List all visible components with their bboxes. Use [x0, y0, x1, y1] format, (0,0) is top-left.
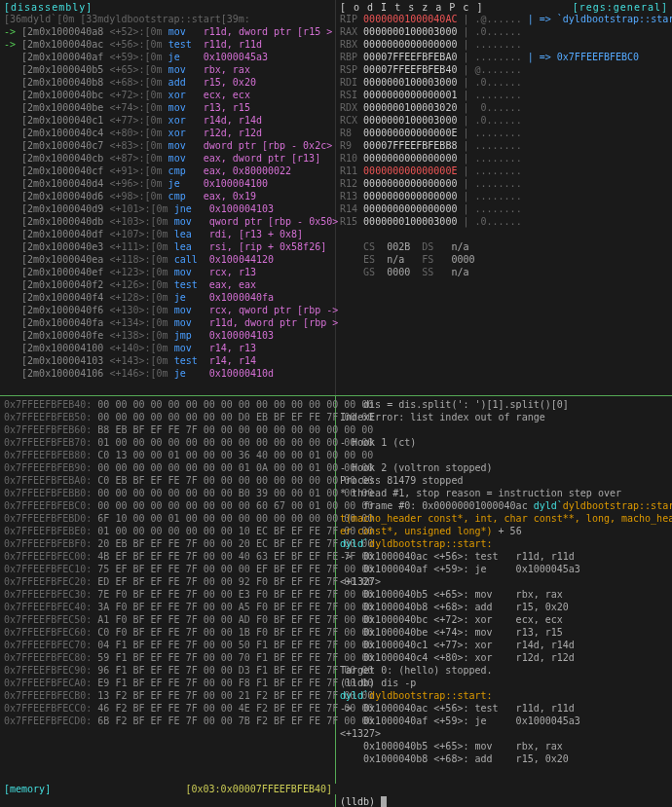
- hex-row: 0x7FFEEFBFEBB0: 00 00 00 00 00 00 00 00 …: [4, 487, 331, 499]
- asm-row: 0x1000040b8 <+68>: add r15, 0x20: [340, 752, 668, 765]
- disasm-row: [2m0x1000040fa <+134>:[0m mov r11d, dwor…: [4, 316, 331, 329]
- disasm-row: [2m0x1000040ea <+118>:[0m call 0x1000441…: [4, 253, 331, 266]
- hex-row: 0x7FFEEFBFEB90: 00 00 00 00 00 00 00 00 …: [4, 461, 331, 474]
- disasm-row: [2m0x1000040ef <+123>:[0m mov rcx, r13: [4, 266, 331, 278]
- lldb-prompt[interactable]: (lldb): [336, 796, 672, 808]
- regs-title: [regs:general]: [573, 2, 668, 13]
- hex-row: 0x7FFEEFBFEB60: B8 EB BF EF FE 7F 00 00 …: [4, 423, 331, 436]
- disasm-row: [2m0x1000040d9 <+101>:[0m jne 0x10000410…: [4, 202, 331, 215]
- hex-row: 0x7FFEEFBFEB40: 00 00 00 00 00 00 00 00 …: [4, 398, 331, 411]
- register-row: R9 00007FFEEFBFEBB8 | ........: [340, 139, 668, 152]
- asm-row: 0x1000040af <+59>: je 0x1000045a3: [340, 715, 668, 727]
- disasm-row: [2m0x1000040be <+74>:[0m mov r13, r15: [4, 101, 331, 114]
- asm-row: 0x1000040b8 <+68>: add r15, 0x20: [340, 601, 668, 613]
- register-row: RSI 0000000000000001 | ........: [340, 89, 668, 101]
- disasm-header: [disassembly]: [4, 2, 331, 13]
- disasm-row: [2m0x100004103 <+143>:[0m test r14, r14: [4, 354, 331, 367]
- cursor-icon: [381, 796, 387, 807]
- func-header-2: dyld`dyldbootstrap::start:: [340, 689, 668, 702]
- disasm-row: [2m0x1000040e3 <+111>:[0m lea rsi, [rip …: [4, 240, 331, 253]
- disasm-row: [2m0x1000040f6 <+130>:[0m mov rcx, qword…: [4, 304, 331, 316]
- hex-row: 0x7FFEEFBFEC50: A1 F0 BF EF FE 7F 00 00 …: [4, 613, 331, 626]
- disasm-row: [2m0x1000040bc <+72>:[0m xor ecx, ecx: [4, 89, 331, 101]
- register-row: RBP 00007FFEEFBFEBA0 | ........ | => 0x7…: [340, 51, 668, 63]
- hex-row: 0x7FFEEFBFEB50: 00 00 00 00 00 00 00 00 …: [4, 411, 331, 423]
- register-row: RDI 0000000100003000 | .0......: [340, 76, 668, 89]
- asm-row: 0x1000040bc <+72>: xor ecx, ecx: [340, 613, 668, 626]
- disasm-row: [2m0x1000040df <+107>:[0m lea rdi, [r13 …: [4, 228, 331, 240]
- hex-row: 0x7FFEEFBFECB0: 13 F2 BF EF FE 7F 00 00 …: [4, 689, 331, 702]
- register-row: R14 0000000000000000 | ........: [340, 202, 668, 215]
- asm-row: 0x1000040b5 <+65>: mov rbx, rax: [340, 588, 668, 601]
- disasm-row: [2m0x1000040f4 <+128>:[0m je 0x1000040fa: [4, 291, 331, 304]
- register-row: R15 0000000100003000 | .0......: [340, 215, 668, 228]
- target-line: Target 0: (hello) stopped.: [340, 664, 668, 677]
- asm-row: <+1327>: [340, 575, 668, 588]
- hex-row: 0x7FFEEFBFEC10: 75 EF BF EF FE 7F 00 00 …: [4, 563, 331, 575]
- disasm-row: [2m0x100004106 <+146>:[0m je 0x10000410d: [4, 367, 331, 380]
- disasm-row: [2m0x1000040b5 <+65>:[0m mov rbx, rax: [4, 63, 331, 76]
- hex-row: 0x7FFEEFBFEBA0: C0 EB BF EF FE 7F 00 00 …: [4, 474, 331, 487]
- asm-row: 0x1000040be <+74>: mov r13, r15: [340, 626, 668, 639]
- disasm-row: [2m0x1000040d6 <+98>:[0m cmp eax, 0x19: [4, 190, 331, 202]
- hex-row: 0x7FFEEFBFEBE0: 01 00 00 00 00 00 00 00 …: [4, 525, 331, 537]
- disasm-row: [2m0x1000040f2 <+126>:[0m test eax, eax: [4, 278, 331, 291]
- register-row: RSP 00007FFEEFBFEB40 | @.......: [340, 63, 668, 76]
- memory-footer: [memory] [0x03:0x00007FFEEFBFEB40]: [0, 784, 336, 794]
- disasm-row: [2m0x1000040b8 <+68>:[0m add r15, 0x20: [4, 76, 331, 89]
- code-line: dis = dis.split(': ')[1].split()[0]: [340, 398, 668, 411]
- memory-addr: [0x03:0x00007FFEEFBFEB40]: [185, 784, 332, 794]
- hex-row: 0x7FFEEFBFECD0: 6B F2 BF EF FE 7F 00 00 …: [4, 715, 331, 727]
- asm-row: <+1327>: [340, 727, 668, 740]
- disasm-row: [2m0x1000040af <+59>:[0m je 0x1000045a3: [4, 51, 331, 63]
- hex-row: 0x7FFEEFBFEB70: 01 00 00 00 00 00 00 00 …: [4, 436, 331, 449]
- register-row: RBX 0000000000000000 | ........: [340, 38, 668, 51]
- hex-row: 0x7FFEEFBFEC00: 4B EF BF EF FE 7F 00 00 …: [4, 550, 331, 563]
- disasm-row: [2m0x100004100 <+140>:[0m mov r14, r13: [4, 342, 331, 354]
- asm-row: 0x1000040c1 <+77>: xor r14d, r14d: [340, 639, 668, 651]
- hook-1: - Hook 1 (ct): [340, 436, 668, 449]
- func-label: [36mdyld`[0m [33mdyldbootstrap::start[39…: [4, 13, 331, 25]
- asm-row: 0x1000040b5 <+65>: mov rbx, rax: [340, 740, 668, 752]
- disasm-row: [2m0x1000040cf <+91>:[0m cmp eax, 0x8000…: [4, 165, 331, 177]
- disasm-row: -> [2m0x1000040a8 <+52>:[0m mov r11d, dw…: [4, 25, 331, 38]
- disasm-title: [disassembly]: [4, 2, 93, 13]
- register-row: R11 000000000000000E | ........: [340, 165, 668, 177]
- disasm-row: [2m0x1000040db <+103>:[0m mov qword ptr …: [4, 215, 331, 228]
- register-row: R12 0000000000000000 | ........: [340, 177, 668, 190]
- regs-flags: [ o d I t s z a P c ]: [340, 2, 483, 13]
- lldb-cmd: (lldb) dis -p: [340, 677, 668, 689]
- register-row: RDX 0000000100003020 | 0......: [340, 101, 668, 114]
- registers-pane[interactable]: [ o d I t s z a P c ] [regs:general] RIP…: [336, 0, 672, 395]
- disasm-row: [2m0x1000040c1 <+77>:[0m xor r14d, r14d: [4, 114, 331, 127]
- asm-row: -> 0x1000040ac <+56>: test r11d, r11d: [340, 702, 668, 715]
- frame-line: frame #0: 0x00000001000040ac dyld`dyldbo…: [340, 499, 668, 512]
- memory-pane[interactable]: 0x7FFEEFBFEB40: 00 00 00 00 00 00 00 00 …: [0, 395, 336, 807]
- regs-header: [ o d I t s z a P c ] [regs:general]: [340, 2, 668, 13]
- hex-row: 0x7FFEEFBFEC70: 04 F1 BF EF FE 7F 00 00 …: [4, 639, 331, 651]
- hex-row: 0x7FFEEFBFEC20: ED EF BF EF FE 7F 00 00 …: [4, 575, 331, 588]
- asm-row: 0x1000040af <+59>: je 0x1000045a3: [340, 563, 668, 575]
- hex-row: 0x7FFEEFBFEC60: C0 F0 BF EF FE 7F 00 00 …: [4, 626, 331, 639]
- error-line: IndexError: list index out of range: [340, 411, 668, 423]
- thread-line: * thread #1, stop reason = instruction s…: [340, 487, 668, 499]
- signature-line-2: er const*, unsigned long*) + 56: [340, 525, 668, 537]
- disasm-row: [2m0x1000040d4 <+96>:[0m je 0x100004100: [4, 177, 331, 190]
- hex-row: 0x7FFEEFBFEC30: 7E F0 BF EF FE 7F 00 00 …: [4, 588, 331, 601]
- hook-2: - Hook 2 (voltron stopped): [340, 461, 668, 474]
- trace-pane[interactable]: dis = dis.split(': ')[1].split()[0] Inde…: [336, 395, 672, 807]
- register-row: RIP 00000001000040AC | .@...... | => `dy…: [340, 13, 668, 25]
- signature-line: t(macho_header const*, int, char const**…: [340, 512, 668, 525]
- process-stopped: Process 81479 stopped: [340, 474, 668, 487]
- hex-row: 0x7FFEEFBFEC40: 3A F0 BF EF FE 7F 00 00 …: [4, 601, 331, 613]
- hex-row: 0x7FFEEFBFEC80: 59 F1 BF EF FE 7F 00 00 …: [4, 651, 331, 664]
- disasm-row: -> [2m0x1000040ac <+56>:[0m test r11d, r…: [4, 38, 331, 51]
- hex-row: 0x7FFEEFBFECC0: 46 F2 BF EF FE 7F 00 00 …: [4, 702, 331, 715]
- disasm-row: [2m0x1000040c7 <+83>:[0m mov dword ptr […: [4, 139, 331, 152]
- seg-row-1: CS 002B DS n/a: [340, 228, 668, 240]
- hex-row: 0x7FFEEFBFEBC0: 00 00 00 00 00 00 00 00 …: [4, 499, 331, 512]
- register-row: R8 000000000000000E | ........: [340, 127, 668, 139]
- hex-row: 0x7FFEEFBFECA0: E9 F1 BF EF FE 7F 00 00 …: [4, 677, 331, 689]
- disassembly-pane[interactable]: [disassembly] [36mdyld`[0m [33mdyldboots…: [0, 0, 336, 395]
- hex-row: 0x7FFEEFBFEB80: C0 13 00 00 01 00 00 00 …: [4, 449, 331, 461]
